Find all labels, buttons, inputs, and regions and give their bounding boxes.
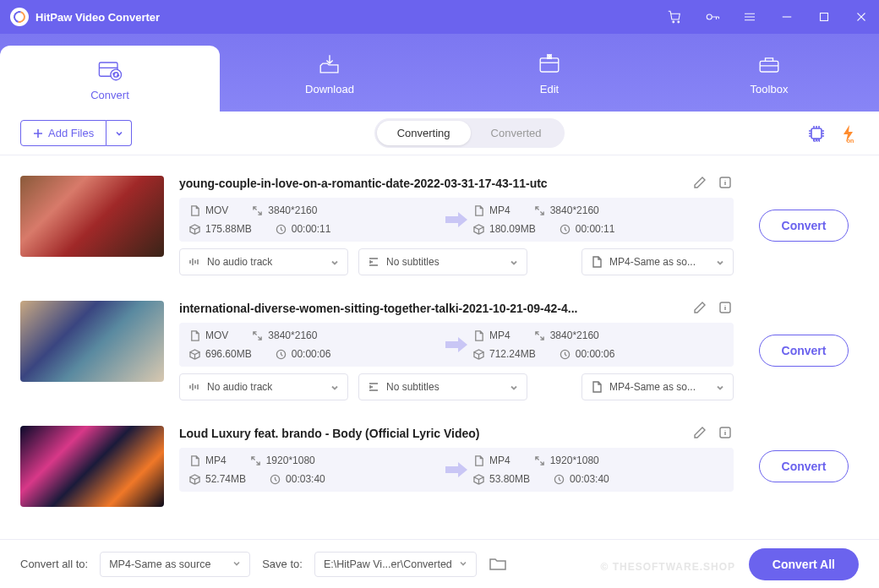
clock-icon xyxy=(276,224,287,235)
chevron-down-icon xyxy=(459,558,467,570)
edit-icon[interactable] xyxy=(693,176,708,191)
file-icon xyxy=(473,455,484,466)
file-icon xyxy=(473,205,484,216)
chevron-down-icon xyxy=(716,258,724,266)
info-icon[interactable] xyxy=(718,176,734,191)
clock-icon xyxy=(276,349,287,360)
svg-rect-8 xyxy=(760,61,778,72)
size-icon xyxy=(189,349,200,360)
add-files-dropdown[interactable] xyxy=(106,120,132,146)
audio-icon xyxy=(188,256,200,268)
subtitles-select[interactable]: No subtitles xyxy=(358,248,527,275)
plus-icon xyxy=(33,128,43,139)
audio-select[interactable]: No audio track xyxy=(179,248,348,275)
resolution-icon xyxy=(252,330,263,341)
open-folder-button[interactable] xyxy=(489,557,507,572)
segment-converted[interactable]: Converted xyxy=(471,121,562,145)
convert-button[interactable]: Convert xyxy=(759,450,849,482)
cart-icon[interactable] xyxy=(668,9,683,24)
convert-all-to-select[interactable]: MP4-Same as source xyxy=(100,552,250,577)
chevron-down-icon xyxy=(510,258,518,266)
edit-icon[interactable] xyxy=(693,301,708,316)
resolution-icon xyxy=(252,205,263,216)
tab-toolbox[interactable]: Toolbox xyxy=(659,34,879,112)
file-name: international-diverse-women-sitting-toge… xyxy=(179,302,577,315)
chevron-down-icon xyxy=(716,383,724,391)
clock-icon xyxy=(560,224,571,235)
resolution-icon xyxy=(534,205,545,216)
file-list: young-couple-in-love-on-a-romantic-date-… xyxy=(0,155,879,539)
lightning-icon[interactable]: on xyxy=(838,123,859,144)
subtitles-icon xyxy=(368,381,379,393)
svg-point-5 xyxy=(111,69,122,80)
hardware-accel-icon[interactable]: on xyxy=(806,123,827,144)
convert-button[interactable]: Convert xyxy=(759,335,849,367)
audio-select[interactable]: No audio track xyxy=(179,373,348,400)
file-icon xyxy=(189,455,200,466)
chevron-down-icon xyxy=(330,258,339,266)
preset-select[interactable]: MP4-Same as so... xyxy=(581,373,734,400)
chevron-down-icon xyxy=(232,558,241,570)
titlebar: HitPaw Video Converter xyxy=(0,0,879,34)
app-title: HitPaw Video Converter xyxy=(35,11,160,24)
edit-icon[interactable] xyxy=(693,426,708,441)
subtitles-icon xyxy=(368,256,379,268)
meta-row: MP4 1920*1080 52.74MB 00:03:40 MP4 1920*… xyxy=(179,448,734,492)
file-icon xyxy=(591,256,603,268)
tab-edit[interactable]: Edit xyxy=(440,34,659,112)
clock-icon xyxy=(270,474,281,485)
svg-rect-6 xyxy=(540,57,559,71)
file-icon xyxy=(473,330,484,341)
tab-convert[interactable]: Convert xyxy=(0,46,220,112)
status-segment: Converting Converted xyxy=(374,118,565,148)
video-thumbnail[interactable] xyxy=(20,426,164,507)
size-icon xyxy=(189,224,200,235)
menu-icon[interactable] xyxy=(742,9,757,24)
save-to-select[interactable]: E:\HitPaw Vi...er\Converted xyxy=(314,552,477,577)
svg-text:on: on xyxy=(813,137,821,143)
add-files-label: Add Files xyxy=(48,127,94,139)
chevron-down-icon xyxy=(330,383,339,391)
svg-rect-3 xyxy=(821,14,828,21)
video-thumbnail[interactable] xyxy=(20,176,164,257)
size-icon xyxy=(473,474,484,485)
minimize-icon[interactable] xyxy=(779,9,794,24)
list-item: international-diverse-women-sitting-toge… xyxy=(20,280,859,406)
video-thumbnail[interactable] xyxy=(20,301,164,382)
resolution-icon xyxy=(250,455,261,466)
svg-point-2 xyxy=(707,14,712,19)
key-icon[interactable] xyxy=(705,9,720,24)
preset-select[interactable]: MP4-Same as so... xyxy=(581,248,734,275)
arrow-icon xyxy=(440,462,473,477)
file-icon xyxy=(189,330,200,341)
tab-convert-label: Convert xyxy=(90,89,129,101)
file-name: young-couple-in-love-on-a-romantic-date-… xyxy=(179,177,548,190)
svg-point-1 xyxy=(678,21,680,23)
convert-all-button[interactable]: Convert All xyxy=(749,548,859,580)
convert-button[interactable]: Convert xyxy=(759,210,849,242)
file-icon xyxy=(189,205,200,216)
size-icon xyxy=(189,474,200,485)
size-icon xyxy=(473,224,484,235)
app-logo-icon xyxy=(10,8,29,26)
subtitles-select[interactable]: No subtitles xyxy=(358,373,527,400)
tab-download[interactable]: Download xyxy=(220,34,440,112)
file-name: Loud Luxury feat. brando - Body (Officia… xyxy=(179,427,479,440)
svg-point-0 xyxy=(673,21,674,23)
add-files-button[interactable]: Add Files xyxy=(20,120,106,146)
arrow-icon xyxy=(440,337,473,352)
chevron-down-icon xyxy=(115,129,123,138)
info-icon[interactable] xyxy=(718,301,734,316)
toolbar: Add Files Converting Converted on on xyxy=(0,112,879,155)
save-to-label: Save to: xyxy=(262,558,303,570)
maximize-icon[interactable] xyxy=(816,9,832,24)
info-icon[interactable] xyxy=(718,426,734,441)
meta-row: MOV 3840*2160 696.60MB 00:00:06 MP4 3840… xyxy=(179,323,734,367)
close-icon[interactable] xyxy=(854,9,869,24)
arrow-icon xyxy=(440,212,473,227)
clock-icon xyxy=(554,474,565,485)
segment-converting[interactable]: Converting xyxy=(377,121,471,145)
file-icon xyxy=(591,381,603,393)
convert-all-to-label: Convert all to: xyxy=(20,558,88,570)
main-nav: Convert Download Edit Toolbox xyxy=(0,34,879,112)
